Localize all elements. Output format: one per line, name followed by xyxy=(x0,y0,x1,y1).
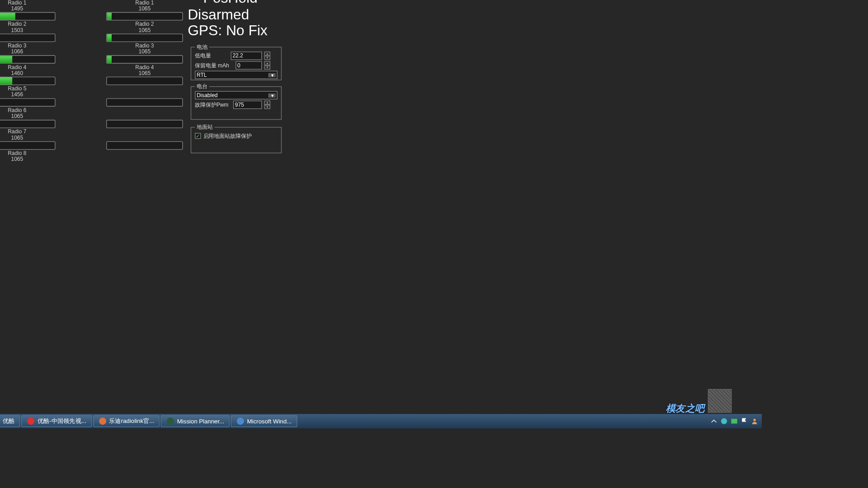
arm-state: Disarmed xyxy=(188,6,268,23)
low-batt-label: 低电量 xyxy=(195,52,228,60)
taskbar-app-0[interactable]: 优酷 xyxy=(0,415,20,427)
servo-out-bar-5 xyxy=(106,77,183,85)
flight-status: PosHold Disarmed GPS: No Fix xyxy=(188,0,268,39)
taskbar-app-3[interactable]: Mission Planner... xyxy=(161,415,230,427)
fs-pwm-label: 故障保护Pwm xyxy=(195,101,231,108)
content-panel: 遥控输入 舵机/电机输出 Radio 11495Radio 21503Radio… xyxy=(0,0,762,414)
gcs-enable-checkbox[interactable]: ✓ xyxy=(195,133,201,139)
low-batt-spinner[interactable]: ▲▼ xyxy=(264,52,270,60)
tray-people-icon[interactable] xyxy=(751,418,758,425)
battery-legend: 电池 xyxy=(195,43,209,51)
tray-im-icon[interactable] xyxy=(731,418,738,425)
taskbar-app-1[interactable]: 优酷-中国领先视... xyxy=(21,415,92,427)
radio-in-bar-8: Radio 81065 xyxy=(0,141,56,150)
flight-mode: PosHold xyxy=(188,0,268,6)
reserve-mah-spinner[interactable]: ▲▼ xyxy=(264,61,270,70)
svg-point-32 xyxy=(167,418,174,425)
servo-out-bar-6 xyxy=(106,98,183,107)
svg-point-34 xyxy=(721,418,727,424)
fs-pwm-spinner[interactable]: ▲▼ xyxy=(264,101,270,109)
reserve-mah-label: 保留电量 mAh xyxy=(195,61,233,69)
watermark-logo: 模友之吧 xyxy=(666,403,704,415)
radio-in-bar-5: Radio 51456 xyxy=(0,77,56,85)
svg-point-30 xyxy=(27,418,34,425)
radio-in-bar-3: Radio 31066 xyxy=(0,33,56,42)
gcs-checkbox-label: 启用地面站故障保护 xyxy=(203,132,252,140)
servo-out-bar-4: Radio 41065 xyxy=(106,55,183,64)
low-batt-input[interactable]: 22.2 xyxy=(231,52,262,60)
radio-in-bar-2: Radio 21503 xyxy=(0,12,56,21)
fs-pwm-input[interactable]: 975 xyxy=(233,101,262,109)
svg-point-33 xyxy=(237,418,244,425)
svg-rect-35 xyxy=(731,419,737,424)
svg-point-36 xyxy=(753,419,755,421)
radio-in-bar-4: Radio 41460 xyxy=(0,55,56,64)
taskbar[interactable]: e 优酷优酷-中国领先视...乐迪radiolink官...Mission Pl… xyxy=(0,414,762,428)
radio-in-bar-6: Radio 61065 xyxy=(0,98,56,107)
radio-mode-select[interactable]: Disabled▼ xyxy=(195,91,278,100)
system-tray[interactable] xyxy=(710,418,762,425)
gps-state: GPS: No Fix xyxy=(188,23,268,39)
watermark-qr xyxy=(708,389,732,413)
svg-point-31 xyxy=(99,418,106,425)
servo-out-bar-7 xyxy=(106,120,183,128)
radio-legend: 电台 xyxy=(195,83,209,90)
battery-failsafe-group: 电池 低电量 22.2 ▲▼ 保留电量 mAh 0 ▲▼ RTL▼ xyxy=(191,47,282,80)
servo-out-bar-2: Radio 21065 xyxy=(106,12,183,21)
tray-action-icon[interactable] xyxy=(721,418,728,425)
tray-flag-icon[interactable] xyxy=(741,418,748,425)
tray-up-icon[interactable] xyxy=(710,418,717,425)
servo-out-bar-3: Radio 31065 xyxy=(106,33,183,42)
radio-in-bar-7: Radio 71065 xyxy=(0,120,56,128)
radio-failsafe-group: 电台 Disabled▼ 故障保护Pwm 975 ▲▼ xyxy=(191,86,282,120)
reserve-mah-input[interactable]: 0 xyxy=(236,61,262,70)
servo-out-bar-8 xyxy=(106,141,183,150)
taskbar-app-4[interactable]: Microsoft Wind... xyxy=(231,415,297,427)
gcs-failsafe-group: 地面站 ✓ 启用地面站故障保护 xyxy=(191,127,282,153)
battery-action-select[interactable]: RTL▼ xyxy=(195,71,278,80)
gcs-legend: 地面站 xyxy=(195,123,215,131)
taskbar-app-2[interactable]: 乐迪radiolink官... xyxy=(93,415,160,427)
